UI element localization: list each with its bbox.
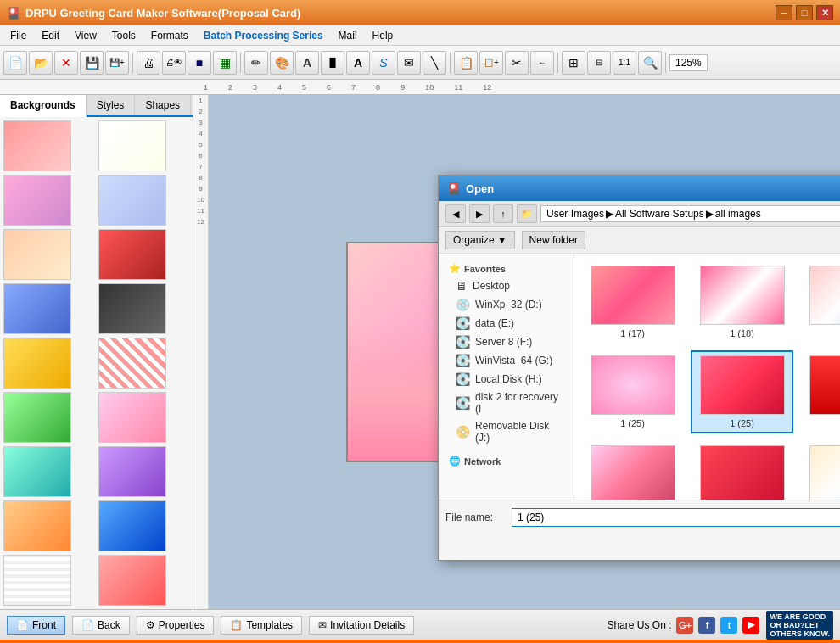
list-item[interactable]: [98, 229, 166, 280]
up-button[interactable]: ↑: [493, 204, 513, 223]
menu-view[interactable]: View: [68, 28, 104, 43]
tab-templates[interactable]: 📋 Templates: [221, 616, 302, 635]
maximize-button[interactable]: □: [796, 5, 813, 20]
font-button[interactable]: A: [346, 51, 370, 75]
copy-button[interactable]: 📋: [454, 51, 478, 75]
list-item[interactable]: [3, 229, 71, 280]
sidebar-localh[interactable]: 💽 Local Disk (H:): [439, 370, 574, 389]
file-name: 1 (18): [730, 328, 754, 338]
close-button[interactable]: ✕: [816, 5, 833, 20]
tab-front[interactable]: 📄 Front: [7, 616, 65, 635]
text-button[interactable]: A: [295, 51, 319, 75]
list-item[interactable]: [98, 338, 166, 389]
open-dialog: 🎴 Open ✕ ◀ ▶ ↑ 📁 User Images ▶ All Softw…: [438, 175, 840, 561]
share-label: Share Us On :: [607, 619, 671, 631]
tab-backgrounds[interactable]: Backgrounds: [0, 95, 87, 117]
sidebar-removable[interactable]: 📀 Removable Disk (J:): [439, 417, 574, 446]
list-item[interactable]: [98, 120, 166, 171]
close-doc-button[interactable]: ✕: [54, 51, 78, 75]
google-plus-button[interactable]: G+: [676, 617, 693, 634]
design-button[interactable]: ■: [188, 51, 211, 75]
ratio-button[interactable]: 1:1: [613, 51, 636, 75]
drive-icon: 💿: [456, 298, 470, 311]
grid2-button[interactable]: ⊟: [587, 51, 611, 75]
back-button[interactable]: ◀: [445, 204, 466, 223]
file-item[interactable]: 1 (18): [691, 260, 793, 344]
word-art-button[interactable]: S: [372, 51, 395, 75]
file-item[interactable]: 1 (28): [691, 440, 793, 500]
file-thumbnail: [700, 355, 785, 415]
menu-batch[interactable]: Batch Processing Series: [197, 28, 330, 43]
dialog-footer: File name: Image Files(*.png;*.jpg;*.jpe…: [439, 500, 840, 560]
menu-mail[interactable]: Mail: [332, 28, 364, 43]
twitter-button[interactable]: t: [720, 617, 737, 634]
barcode-button[interactable]: ▐▌: [321, 51, 344, 75]
menu-tools[interactable]: Tools: [105, 28, 143, 43]
sidebar-data[interactable]: 💽 data (E:): [439, 314, 574, 333]
minimize-button[interactable]: ─: [776, 5, 792, 20]
toolbar: 📄 📂 ✕ 💾 💾+ 🖨 🖨👁 ■ ▦ ✏ 🎨 A ▐▌ A S ✉ ╲ 📋 📋…: [0, 46, 840, 80]
dialog-sidebar: ⭐ Favorites 🖥 Desktop 💿 WinXp_32 (D:): [439, 254, 574, 500]
file-item[interactable]: 1 (25): [581, 350, 684, 433]
list-item[interactable]: [98, 175, 166, 226]
file-item[interactable]: 1 (17): [581, 260, 684, 344]
save-button[interactable]: 💾: [80, 51, 104, 75]
file-item[interactable]: 1 (19): [800, 260, 840, 344]
image-button[interactable]: ▦: [213, 51, 237, 75]
tab-back[interactable]: 📄 Back: [72, 616, 130, 635]
new-folder-button[interactable]: New folder: [522, 231, 585, 249]
sidebar-winvista[interactable]: 💽 WinVista_64 (G:): [439, 351, 574, 370]
sidebar-disk2[interactable]: 💽 disk 2 for recovery (I: [439, 389, 574, 417]
menu-formats[interactable]: Formats: [144, 28, 195, 43]
list-item[interactable]: [98, 555, 166, 606]
list-item[interactable]: [3, 283, 71, 334]
new-button[interactable]: 📄: [3, 51, 27, 75]
list-item[interactable]: [3, 392, 71, 443]
list-item[interactable]: [3, 175, 71, 226]
youtube-button[interactable]: ▶: [742, 617, 759, 634]
tab-styles[interactable]: Styles: [87, 95, 136, 115]
list-item[interactable]: [98, 500, 166, 551]
organize-button[interactable]: Organize ▼: [445, 231, 515, 249]
list-item[interactable]: [98, 446, 166, 497]
filename-input[interactable]: [512, 508, 840, 527]
file-item[interactable]: 1 (26): [800, 350, 840, 433]
color-button[interactable]: 🎨: [270, 51, 294, 75]
list-item[interactable]: [3, 120, 71, 171]
grid-button[interactable]: ⊞: [562, 51, 585, 75]
file-item[interactable]: 1 (27): [581, 440, 684, 500]
list-item[interactable]: [3, 500, 71, 551]
menu-file[interactable]: File: [3, 28, 33, 43]
line-button[interactable]: ╲: [423, 51, 446, 75]
paste-button[interactable]: 📋+: [479, 51, 503, 75]
print-preview-button[interactable]: 🖨👁: [162, 51, 186, 75]
footer-buttons: Open Cancel: [445, 533, 840, 553]
list-item[interactable]: [3, 555, 71, 606]
breadcrumb[interactable]: User Images ▶ All Software Setups ▶ all …: [540, 205, 840, 222]
zoom-in-button[interactable]: 🔍: [638, 51, 662, 75]
sidebar-winxp[interactable]: 💿 WinXp_32 (D:): [439, 295, 574, 314]
file-name: 1 (25): [620, 418, 645, 428]
list-item[interactable]: [98, 283, 166, 334]
forward-button[interactable]: ▶: [469, 204, 490, 223]
file-item[interactable]: 1 (29): [800, 440, 840, 500]
menu-edit[interactable]: Edit: [35, 28, 66, 43]
save-as-button[interactable]: 💾+: [105, 51, 129, 75]
email-button[interactable]: ✉: [397, 51, 421, 75]
list-item[interactable]: [3, 338, 71, 389]
sidebar-desktop[interactable]: 🖥 Desktop: [439, 277, 574, 295]
list-item[interactable]: [3, 446, 71, 497]
tab-properties[interactable]: ⚙ Properties: [137, 616, 215, 635]
print-button[interactable]: 🖨: [137, 51, 160, 75]
facebook-button[interactable]: f: [698, 617, 715, 634]
list-item[interactable]: [98, 392, 166, 443]
tab-invitation[interactable]: ✉ Invitation Details: [309, 616, 414, 635]
sidebar-server8[interactable]: 💽 Server 8 (F:): [439, 333, 574, 351]
open-button[interactable]: 📂: [29, 51, 53, 75]
file-item-selected[interactable]: 1 (25): [691, 350, 793, 433]
menu-help[interactable]: Help: [366, 28, 400, 43]
pencil-button[interactable]: ✏: [244, 51, 268, 75]
cut-button[interactable]: ✂: [505, 51, 529, 75]
tab-shapes[interactable]: Shapes: [135, 95, 191, 115]
undo-button[interactable]: ←: [530, 51, 554, 75]
